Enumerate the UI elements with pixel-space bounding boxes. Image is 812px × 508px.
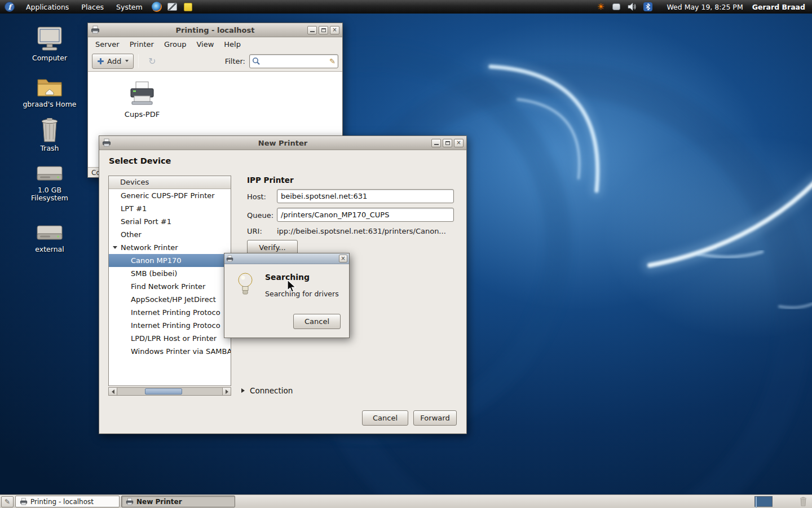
mouse-cursor (286, 279, 298, 294)
printer-item-cups-pdf[interactable]: Cups-PDF (115, 81, 169, 119)
menu-group[interactable]: Group (159, 38, 192, 50)
speaker-icon (628, 2, 637, 11)
device-item[interactable]: Serial Port #1 (109, 215, 231, 228)
tablet-launcher[interactable] (166, 1, 179, 13)
maximize-button[interactable] (443, 139, 452, 147)
workspace-switcher[interactable] (754, 496, 773, 507)
tray-star-icon[interactable]: ☀ (595, 1, 606, 12)
forward-button[interactable]: Forward (413, 410, 457, 426)
device-item[interactable]: Internet Printing Protoco (109, 306, 231, 319)
menu-applications[interactable]: Applications (20, 1, 74, 13)
notes-launcher[interactable] (182, 1, 195, 13)
desktop-icon-label: 1.0 GB Filesystem (19, 186, 81, 203)
device-icon (612, 3, 620, 10)
trash-icon (799, 497, 807, 506)
desktop-icon-computer[interactable]: Computer (19, 25, 81, 62)
device-item[interactable]: Internet Printing Protoco (109, 319, 231, 332)
user-menu[interactable]: Gerard Braad (752, 3, 805, 11)
devices-column-header[interactable]: Devices (109, 176, 231, 189)
desktop-icon-trash[interactable]: Trash (19, 117, 81, 152)
device-item-selected[interactable]: Canon MP170 (109, 254, 231, 267)
show-desktop-button[interactable]: ✎ (1, 496, 14, 507)
menu-places[interactable]: Places (76, 1, 109, 13)
bluetooth-icon[interactable] (642, 1, 654, 12)
maximize-button[interactable] (319, 26, 328, 34)
menu-view[interactable]: View (191, 38, 219, 50)
window-title: Printing - localhost (88, 26, 342, 34)
refresh-button[interactable]: ↻ (143, 54, 161, 69)
new-printer-titlebar[interactable]: New Printer × (99, 136, 466, 150)
device-item-network-printer[interactable]: Network Printer (109, 241, 231, 254)
expander-closed-icon (241, 388, 245, 393)
trash-applet-icon[interactable] (797, 496, 809, 507)
printer-icon (20, 498, 28, 506)
cancel-button[interactable]: Cancel (293, 314, 341, 329)
device-item[interactable]: Find Network Printer (109, 280, 231, 293)
queue-input[interactable] (281, 211, 450, 219)
close-button[interactable]: × (339, 255, 347, 262)
task-label: Printing - localhost (30, 498, 94, 506)
printer-icon (126, 498, 134, 506)
device-item[interactable]: LPT #1 (109, 202, 231, 215)
drive-icon (36, 164, 63, 185)
device-item[interactable]: Windows Printer via SAMBA (109, 345, 231, 358)
search-input[interactable] (261, 57, 329, 65)
queue-field (277, 208, 454, 222)
fedora-logo[interactable]: f (5, 2, 15, 12)
printing-titlebar[interactable]: Printing - localhost × (88, 23, 342, 37)
add-button[interactable]: Add (92, 54, 134, 69)
computer-icon (36, 25, 63, 52)
searching-dialog: × Searching Searching for drivers Cancel (224, 253, 350, 338)
connection-label: Connection (250, 386, 293, 395)
uri-label: URI: (247, 227, 262, 235)
clear-filter-icon[interactable]: ✎ (329, 57, 336, 65)
section-title: IPP Printer (247, 176, 294, 185)
desktop-icon-home[interactable]: gbraad's Home (19, 75, 81, 108)
drive-icon (36, 224, 63, 244)
device-item[interactable]: LPD/LPR Host or Printer (109, 332, 231, 345)
menu-server[interactable]: Server (90, 38, 125, 50)
clock[interactable]: Wed May 19, 8:25 PM (667, 3, 743, 11)
horizontal-scrollbar[interactable] (108, 387, 231, 396)
scroll-left-button[interactable] (109, 388, 117, 395)
searching-titlebar[interactable]: × (224, 253, 349, 264)
task-printing-localhost[interactable]: Printing - localhost (15, 496, 120, 507)
dialog-message: Searching for drivers (265, 290, 339, 298)
tray-device-icon[interactable] (611, 1, 622, 12)
task-new-printer[interactable]: New Printer (121, 496, 235, 507)
desktop-icon-external[interactable]: external (19, 224, 81, 253)
search-box: ✎ (249, 54, 338, 68)
firefox-launcher[interactable] (151, 1, 163, 13)
close-button[interactable]: × (454, 139, 464, 147)
cancel-button[interactable]: Cancel (362, 410, 408, 426)
minimize-button[interactable] (307, 26, 317, 34)
minimize-button[interactable] (431, 139, 441, 147)
toolbar: Add ↻ Filter: ✎ (88, 51, 342, 71)
menu-help[interactable]: Help (219, 38, 246, 50)
menubar: Server Printer Group View Help (88, 37, 342, 51)
uri-value: ipp://beibei.spotsnel.net:631/printers/C… (277, 227, 458, 235)
menu-printer[interactable]: Printer (125, 38, 159, 50)
expander-open-icon[interactable] (113, 246, 117, 249)
desktop-icon-filesystem[interactable]: 1.0 GB Filesystem (19, 164, 81, 203)
scroll-right-button[interactable] (222, 388, 231, 395)
devices-list: Devices Generic CUPS-PDF Printer LPT #1 … (108, 176, 231, 386)
desktop-icon-label: gbraad's Home (19, 100, 81, 108)
host-input[interactable] (281, 192, 450, 200)
sun-icon: ☀ (597, 2, 604, 12)
workspace-1[interactable] (756, 497, 757, 508)
device-item[interactable]: SMB (beibei) (109, 267, 231, 280)
device-item[interactable]: Generic CUPS-PDF Printer (109, 189, 231, 202)
toolbar-separator (138, 54, 139, 68)
volume-icon[interactable] (626, 1, 638, 12)
scrollbar-thumb[interactable] (145, 388, 182, 395)
menu-system[interactable]: System (111, 1, 148, 13)
printer-icon (102, 138, 111, 147)
device-item[interactable]: Other (109, 228, 231, 241)
bluetooth-rune-icon (644, 3, 652, 11)
connection-expander[interactable]: Connection (241, 386, 293, 395)
close-button[interactable]: × (330, 26, 339, 34)
queue-label: Queue: (247, 211, 273, 220)
desktop-icon-label: Trash (19, 144, 81, 152)
device-item[interactable]: AppSocket/HP JetDirect (109, 293, 231, 306)
